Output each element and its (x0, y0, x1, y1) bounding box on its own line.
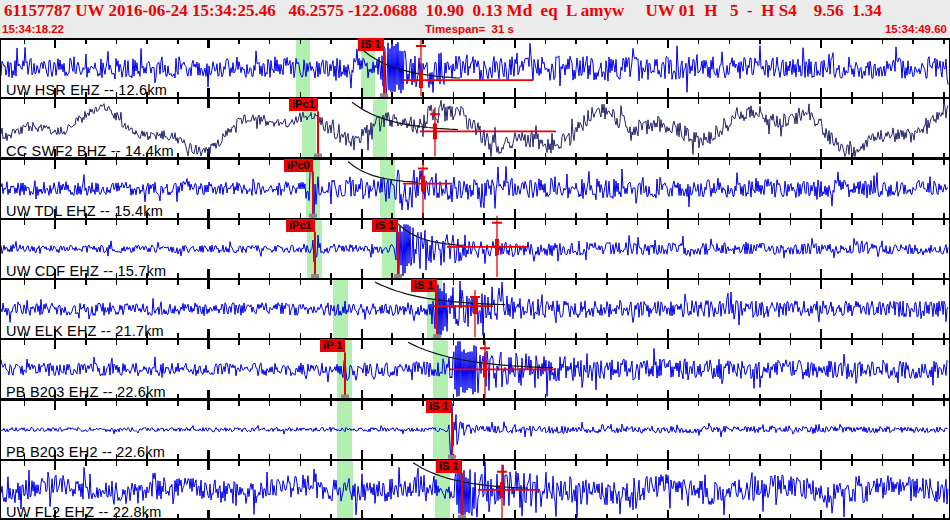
pick-window-band[interactable] (337, 401, 352, 459)
event-summary: 61157787 UW 2016-06-24 15:34:25.46 46.25… (4, 1, 948, 21)
pick-window-band[interactable] (337, 461, 353, 519)
trace-area[interactable]: iS 1UW HSR EHZ -- 12.6kmiPc1CC SWF2 BHZ … (0, 38, 950, 520)
timespan-label: Timespan= 31 s (425, 23, 514, 35)
waveform-canvas[interactable] (0, 38, 950, 520)
event-header: 61157787 UW 2016-06-24 15:34:25.46 46.25… (0, 0, 950, 38)
seismogram-viewer: 61157787 UW 2016-06-24 15:34:25.46 46.25… (0, 0, 950, 520)
pick-window-band[interactable] (302, 99, 316, 157)
window-end-time: 15:34:49.60 (885, 23, 947, 35)
window-start-time: 15:34:18.22 (2, 23, 64, 35)
time-line: 15:34:18.22 Timespan= 31 s 15:34:49.60 (0, 23, 950, 38)
